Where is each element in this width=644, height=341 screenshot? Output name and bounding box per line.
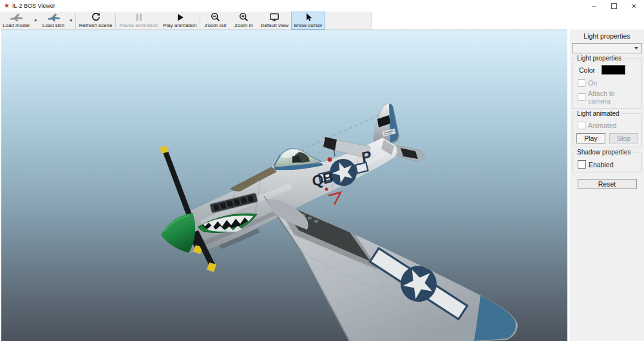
airplane-model-icon bbox=[9, 12, 23, 22]
window-controls: – ✕ bbox=[584, 0, 644, 12]
red-marking bbox=[328, 192, 341, 205]
light-properties-panel: Light properties Light properties Color … bbox=[570, 30, 644, 341]
wingtip-blue bbox=[474, 295, 516, 341]
light-select-dropdown[interactable] bbox=[572, 43, 642, 53]
load-skin-button[interactable]: Load skin bbox=[39, 12, 68, 30]
color-swatch[interactable] bbox=[601, 65, 625, 75]
shadow-properties-group: Shadow properties Enabled bbox=[572, 152, 642, 172]
play-animation-label: Play animation bbox=[163, 23, 196, 28]
chevron-down-icon bbox=[634, 47, 638, 50]
refresh-scene-button[interactable]: Refresh scene bbox=[77, 12, 115, 30]
group-label: Shadow properties bbox=[575, 149, 632, 156]
show-cursor-label: Show cursor bbox=[294, 23, 322, 28]
load-skin-label: Load skin bbox=[43, 23, 64, 28]
shadow-enabled-checkbox[interactable] bbox=[578, 160, 586, 169]
pause-animation-label: Pause animation bbox=[119, 23, 158, 28]
close-button[interactable]: ✕ bbox=[624, 0, 644, 12]
on-checkbox-row: On bbox=[578, 79, 638, 87]
refresh-scene-label: Refresh scene bbox=[79, 23, 113, 28]
close-icon: ✕ bbox=[631, 3, 636, 10]
default-view-label: Default view bbox=[260, 23, 289, 28]
canopy bbox=[274, 148, 323, 170]
group-label: Light animated bbox=[575, 110, 621, 117]
spinner bbox=[161, 212, 195, 253]
reset-button[interactable]: Reset bbox=[578, 179, 637, 189]
red-dot bbox=[325, 188, 328, 191]
airplane-skin-icon bbox=[46, 12, 61, 22]
color-label: Color bbox=[579, 66, 595, 74]
default-view-button[interactable]: Default view bbox=[258, 12, 291, 30]
window-title: IL-2 BOS Viewer bbox=[12, 3, 55, 9]
toolbar-separator bbox=[75, 13, 76, 28]
monitor-icon bbox=[269, 12, 279, 22]
on-checkbox[interactable] bbox=[578, 79, 585, 87]
zoom-in-icon bbox=[239, 12, 249, 22]
light-properties-group: Light properties Color On Attach to came… bbox=[572, 58, 642, 109]
toolbar-separator bbox=[115, 13, 116, 28]
minimize-icon: – bbox=[592, 3, 596, 10]
play-icon bbox=[176, 12, 184, 22]
pause-icon bbox=[135, 12, 143, 22]
load-model-dropdown-arrow[interactable]: ▾ bbox=[32, 12, 39, 30]
chevron-down-icon: ▾ bbox=[35, 18, 37, 23]
on-label: On bbox=[588, 79, 597, 87]
load-model-button[interactable]: Load model bbox=[0, 12, 32, 30]
show-cursor-button[interactable]: Show cursor bbox=[291, 12, 325, 30]
zoom-in-button[interactable]: Zoom in bbox=[229, 12, 258, 30]
toolbar: Load model ▾ Load skin ▾ Refresh scene P… bbox=[0, 12, 372, 30]
app-icon: ★ bbox=[4, 3, 10, 9]
red-dot bbox=[328, 158, 332, 162]
panel-title: Light properties bbox=[570, 30, 644, 40]
attach-to-camera-checkbox-row: Attach to camera bbox=[578, 89, 638, 105]
toolbar-separator bbox=[200, 13, 200, 28]
play-animation-button[interactable]: Play animation bbox=[160, 12, 199, 30]
load-model-label: Load model bbox=[3, 23, 30, 28]
maximize-button[interactable] bbox=[604, 0, 624, 12]
refresh-icon bbox=[91, 12, 100, 22]
animated-checkbox-row: Animated bbox=[578, 122, 638, 129]
load-skin-dropdown-arrow[interactable]: ▾ bbox=[68, 12, 75, 30]
play-button[interactable]: Play bbox=[576, 133, 605, 143]
animated-label: Animated bbox=[588, 122, 616, 129]
cursor-icon bbox=[303, 12, 312, 22]
shadow-enabled-checkbox-row: Enabled bbox=[578, 160, 638, 169]
group-label: Light properties bbox=[575, 55, 623, 62]
attach-to-camera-checkbox[interactable] bbox=[578, 93, 585, 101]
maximize-icon bbox=[611, 3, 617, 9]
minimize-button[interactable]: – bbox=[584, 0, 604, 12]
chevron-down-icon: ▾ bbox=[70, 18, 73, 23]
title-bar: ★ IL-2 BOS Viewer – ✕ bbox=[0, 0, 644, 12]
zoom-in-label: Zoom in bbox=[234, 23, 253, 28]
zoom-out-button[interactable]: Zoom out bbox=[201, 12, 229, 30]
zoom-out-label: Zoom out bbox=[205, 23, 227, 28]
animated-checkbox[interactable] bbox=[578, 122, 585, 129]
attach-to-camera-label: Attach to camera bbox=[588, 89, 638, 105]
tail-fin bbox=[374, 104, 399, 145]
zoom-out-icon bbox=[211, 12, 220, 22]
light-animated-group: Light animated Animated Play Stop bbox=[572, 113, 642, 147]
stop-button[interactable]: Stop bbox=[609, 133, 638, 143]
aircraft-model[interactable]: QB P bbox=[1, 30, 567, 341]
model-viewport[interactable]: QB P bbox=[1, 30, 567, 341]
pause-animation-button[interactable]: Pause animation bbox=[117, 12, 160, 30]
shadow-enabled-label: Enabled bbox=[589, 161, 614, 169]
